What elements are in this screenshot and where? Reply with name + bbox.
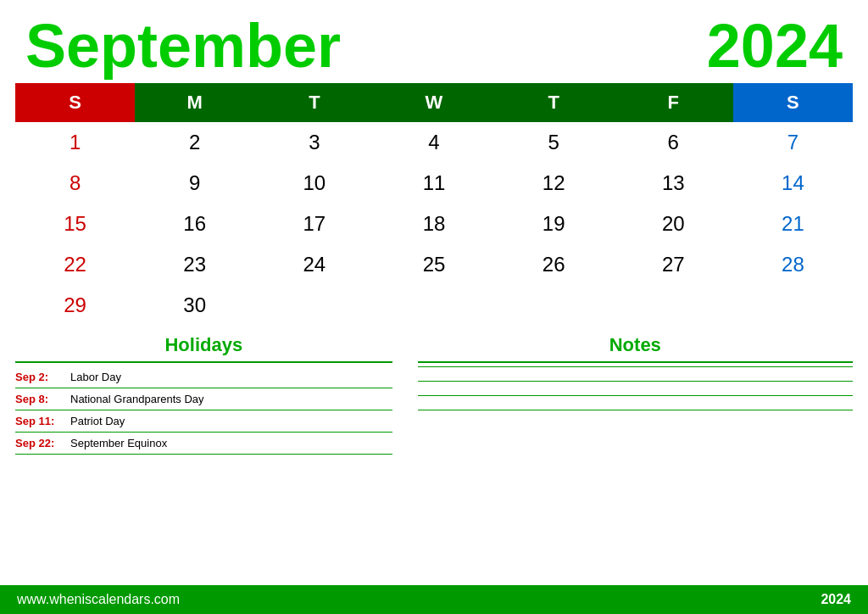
footer: www.wheniscalendars.com 2024 xyxy=(0,585,868,614)
calendar-day: 6 xyxy=(614,122,733,163)
calendar-day: 29 xyxy=(15,285,135,326)
calendar-day: 17 xyxy=(254,204,374,244)
calendar-day xyxy=(614,285,733,326)
calendar-day: 1 xyxy=(15,122,135,163)
col-header-sunday: S xyxy=(15,83,135,122)
calendar-day xyxy=(374,285,493,326)
calendar-day: 13 xyxy=(614,163,733,204)
calendar-header-row: S M T W T F S xyxy=(15,83,853,122)
calendar-table: S M T W T F S 12345678910111213141516171… xyxy=(15,83,853,326)
col-header-saturday: S xyxy=(733,83,853,122)
calendar-day: 8 xyxy=(15,163,135,204)
calendar-week-row: 1234567 xyxy=(15,122,853,163)
calendar-day: 18 xyxy=(374,204,493,244)
calendar-day: 21 xyxy=(733,204,853,244)
notes-section: Notes xyxy=(418,334,853,455)
calendar-container: S M T W T F S 12345678910111213141516171… xyxy=(0,83,868,326)
calendar-day: 25 xyxy=(374,244,493,285)
calendar-week-row: 891011121314 xyxy=(15,163,853,204)
calendar-day: 15 xyxy=(15,204,135,244)
calendar-day: 4 xyxy=(374,122,493,163)
holiday-date: Sep 22: xyxy=(15,437,70,449)
calendar-week-row: 22232425262728 xyxy=(15,244,853,285)
calendar-day: 12 xyxy=(494,163,614,204)
holidays-section: Holidays Sep 2:Labor DaySep 8:National G… xyxy=(15,334,392,455)
calendar-day: 26 xyxy=(494,244,614,285)
holiday-date: Sep 8: xyxy=(15,393,70,405)
calendar-week-row: 15161718192021 xyxy=(15,204,853,244)
holiday-item: Sep 22:September Equinox xyxy=(15,433,392,455)
col-header-monday: M xyxy=(135,83,254,122)
calendar-week-row: 2930 xyxy=(15,285,853,326)
calendar-day: 3 xyxy=(254,122,374,163)
notes-line xyxy=(418,366,853,367)
bottom-section: Holidays Sep 2:Labor DaySep 8:National G… xyxy=(0,326,868,455)
calendar-day: 22 xyxy=(15,244,135,285)
holidays-title: Holidays xyxy=(15,334,392,356)
calendar-day: 16 xyxy=(135,204,254,244)
calendar-day xyxy=(494,285,614,326)
calendar-day: 11 xyxy=(374,163,493,204)
footer-url: www.wheniscalendars.com xyxy=(17,592,180,607)
year-title: 2024 xyxy=(707,15,843,76)
notes-lines xyxy=(418,366,853,410)
holiday-name: September Equinox xyxy=(70,437,167,449)
notes-top-divider xyxy=(418,361,853,363)
calendar-day: 23 xyxy=(135,244,254,285)
calendar-day: 24 xyxy=(254,244,374,285)
month-title: September xyxy=(25,15,341,76)
calendar-day: 14 xyxy=(733,163,853,204)
calendar-day: 30 xyxy=(135,285,254,326)
calendar-day: 20 xyxy=(614,204,733,244)
calendar-day xyxy=(733,285,853,326)
calendar-day: 19 xyxy=(494,204,614,244)
calendar-day: 9 xyxy=(135,163,254,204)
calendar-day: 10 xyxy=(254,163,374,204)
calendar-day xyxy=(254,285,374,326)
calendar-day: 7 xyxy=(733,122,853,163)
holiday-item: Sep 11:Patriot Day xyxy=(15,410,392,433)
notes-line xyxy=(418,381,853,382)
calendar-day: 5 xyxy=(494,122,614,163)
calendar-day: 28 xyxy=(733,244,853,285)
holiday-item: Sep 8:National Grandparents Day xyxy=(15,388,392,410)
footer-year: 2024 xyxy=(821,592,851,607)
notes-line xyxy=(418,410,853,410)
holidays-top-divider xyxy=(15,361,392,363)
col-header-friday: F xyxy=(614,83,733,122)
calendar-day: 2 xyxy=(135,122,254,163)
col-header-tuesday: T xyxy=(254,83,374,122)
notes-title: Notes xyxy=(418,334,853,356)
col-header-thursday: T xyxy=(494,83,614,122)
holiday-name: National Grandparents Day xyxy=(70,393,204,405)
holiday-name: Patriot Day xyxy=(70,415,125,427)
notes-line xyxy=(418,395,853,396)
holiday-date: Sep 11: xyxy=(15,415,70,427)
holiday-date: Sep 2: xyxy=(15,371,70,383)
holiday-item: Sep 2:Labor Day xyxy=(15,366,392,388)
calendar-day: 27 xyxy=(614,244,733,285)
page-header: September 2024 xyxy=(0,0,868,83)
holidays-list: Sep 2:Labor DaySep 8:National Grandparen… xyxy=(15,366,392,455)
holiday-name: Labor Day xyxy=(70,371,121,383)
col-header-wednesday: W xyxy=(374,83,493,122)
